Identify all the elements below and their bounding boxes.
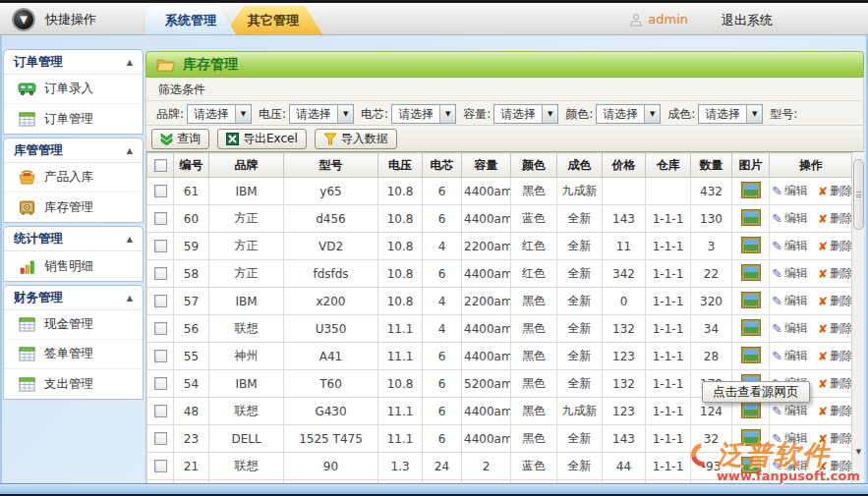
delete-button[interactable]: ✘删除 [818,265,853,282]
cell-price: 11 [603,233,646,260]
cell-cells: 6 [423,343,462,370]
filter-select[interactable]: 请选择▼ [187,104,252,124]
edit-button[interactable]: ✎编辑 [772,293,808,309]
edit-button[interactable]: ✎编辑 [772,238,808,254]
delete-button[interactable]: ✘删除 [818,348,853,364]
logout-button[interactable]: 退出系统 [722,12,773,29]
cell-operations: ✎编辑✘删除 [770,315,853,343]
row-checkbox[interactable] [154,350,167,362]
image-thumbnail[interactable] [742,458,760,472]
edit-button[interactable]: ✎编辑 [772,403,808,419]
delete-button[interactable]: ✘删除 [818,238,853,254]
image-thumbnail[interactable] [742,403,760,417]
edit-button[interactable]: ✎编辑 [772,348,808,364]
filter-section-label: 筛选条件 [146,78,863,101]
excel-icon [226,133,239,145]
tab-system-management[interactable]: 系统管理 [145,6,236,34]
filter-select[interactable]: 请选择▼ [493,104,558,124]
sidebar-item-label: 支出管理 [44,376,93,393]
cell-brand: IBM [209,178,284,205]
scrollbar-thumb[interactable] [853,159,864,230]
sidebar-item[interactable]: 支出管理 [4,369,143,399]
chevron-down-icon: ▼ [746,105,762,123]
row-checkbox-cell [147,315,174,343]
edit-button[interactable]: ✎编辑 [772,265,808,282]
cell-id: 59 [174,233,209,260]
window-bottom-strip [0,483,868,494]
filter-label: 容量: [463,106,491,123]
cell-voltage: 10.8 [378,288,423,315]
sidebar-item[interactable]: 订单录入 [4,75,143,104]
sidebar-item-label: 签单管理 [44,346,93,362]
delete-button[interactable]: ✘删除 [818,293,853,309]
delete-button[interactable]: ✘删除 [818,320,853,337]
column-header: 容量 [462,153,511,178]
filter-select[interactable]: 请选择▼ [698,104,763,124]
image-thumbnail[interactable] [742,183,760,197]
cell-id: 60 [174,205,209,233]
sidebar-item[interactable]: 销售明细 [4,251,143,281]
image-thumbnail[interactable] [742,293,760,307]
tab-other-management[interactable]: 其它管理 [224,6,322,34]
select-all-checkbox[interactable] [154,159,167,172]
query-button[interactable]: 查询 [151,129,209,149]
row-checkbox[interactable] [154,185,167,197]
filter-select[interactable]: 请选择▼ [596,104,661,124]
image-thumbnail[interactable] [742,320,760,335]
row-checkbox[interactable] [154,460,167,472]
image-thumbnail[interactable] [742,265,760,280]
sidebar-group-header[interactable]: 订单管理▲ [4,50,143,75]
sidebar-item[interactable]: 签单管理 [4,340,143,369]
filter-select[interactable]: 请选择▼ [289,104,354,124]
table-row: 60方正d45610.864400amh蓝色全新1431-1-1130✎编辑✘删… [147,205,853,233]
quick-actions-button[interactable]: ▼ 快捷操作 [12,7,96,32]
inventory-management-window: ▼ 快捷操作 系统管理其它管理 admin 退出系统 订单管理▲订单录入订单管理… [0,0,868,496]
row-checkbox[interactable] [154,432,167,445]
cell-capacity: 4400amh [462,398,511,425]
sidebar-group-header[interactable]: 统计管理▲ [4,227,143,251]
delete-button[interactable]: ✘删除 [818,403,853,419]
edit-button[interactable]: ✎编辑 [772,210,808,227]
sidebar-item[interactable]: 现金管理 [4,310,143,340]
delete-button[interactable]: ✘删除 [818,210,853,227]
edit-button[interactable]: ✎编辑 [772,320,808,337]
image-thumbnail[interactable] [742,210,760,225]
cell-id: 58 [174,260,209,288]
edit-button[interactable]: ✎编辑 [772,430,808,447]
row-checkbox[interactable] [154,240,167,252]
cell-condition: 全新 [557,370,603,398]
sidebar-group-header[interactable]: 库管管理▲ [4,138,143,163]
cell-color: 黑色 [511,288,557,315]
sidebar-item[interactable]: 订单管理 [4,104,143,134]
sidebar-item[interactable]: 库存管理 [4,193,143,222]
edit-button[interactable]: ✎编辑 [772,183,808,199]
vertical-scrollbar[interactable]: ▼ [851,153,864,483]
export-excel-button[interactable]: 导出Excel [217,129,307,149]
cell-voltage: 10.8 [378,233,423,260]
delete-button[interactable]: ✘删除 [818,458,853,474]
import-data-button[interactable]: 导入数据 [315,129,397,149]
column-header: 颜色 [511,153,557,178]
row-checkbox[interactable] [154,377,167,390]
filter-select[interactable]: 请选择▼ [391,104,456,124]
image-thumbnail[interactable] [742,348,760,362]
cell-voltage: 11.1 [378,425,423,453]
sidebar-item[interactable]: 产品入库 [4,163,143,193]
row-checkbox[interactable] [154,405,167,417]
scrollbar-down-arrow-icon[interactable]: ▼ [853,445,864,458]
delete-button[interactable]: ✘删除 [818,183,853,199]
row-checkbox[interactable] [154,212,167,225]
cell-cells: 6 [423,205,462,233]
row-checkbox[interactable] [154,295,167,307]
row-checkbox[interactable] [154,322,167,335]
delete-button[interactable]: ✘删除 [818,375,853,392]
row-checkbox[interactable] [154,267,167,280]
sidebar-group-header[interactable]: 财务管理▲ [4,286,143,310]
delete-button[interactable]: ✘删除 [818,430,853,447]
image-thumbnail[interactable] [742,430,760,445]
cell-condition: 九成新 [557,178,603,205]
image-thumbnail[interactable] [742,238,760,252]
down-circle-icon[interactable]: ▼ [12,8,35,31]
cell-price: 123 [603,343,646,370]
edit-button[interactable]: ✎编辑 [772,458,808,474]
